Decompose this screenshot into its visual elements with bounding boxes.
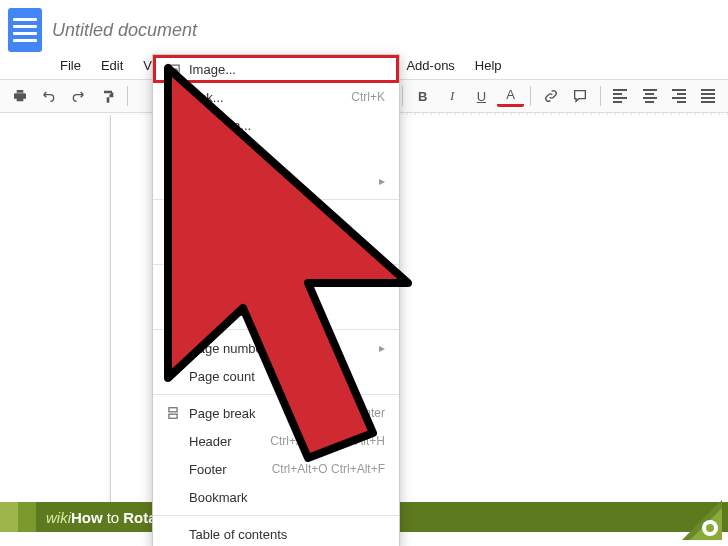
align-justify-button[interactable] bbox=[695, 84, 722, 108]
insert-link-button[interactable] bbox=[537, 84, 564, 108]
insert-comment-button[interactable] bbox=[567, 84, 594, 108]
undo-icon bbox=[41, 88, 57, 104]
insert-footer-item[interactable]: Footer Ctrl+Alt+O Ctrl+Alt+F bbox=[153, 455, 399, 483]
insert-page-break-item[interactable]: Page break Ctrl+Enter bbox=[153, 399, 399, 427]
link-icon bbox=[543, 88, 559, 104]
align-left-icon bbox=[613, 89, 627, 103]
bold-button[interactable]: B bbox=[409, 84, 436, 108]
blank-icon bbox=[163, 526, 183, 542]
drawing-icon bbox=[163, 145, 183, 161]
insert-page-break-shortcut: Ctrl+Enter bbox=[331, 406, 385, 420]
menu-addons[interactable]: Add-ons bbox=[396, 54, 464, 79]
comment-icon bbox=[163, 210, 183, 226]
docs-logo[interactable] bbox=[8, 8, 42, 52]
svg-rect-4 bbox=[169, 408, 177, 412]
paint-format-button[interactable] bbox=[94, 84, 121, 108]
align-right-button[interactable] bbox=[665, 84, 692, 108]
menu-divider bbox=[153, 329, 399, 330]
wikihow-brand: wikiHow bbox=[46, 509, 103, 526]
menu-divider bbox=[153, 394, 399, 395]
redo-button[interactable] bbox=[65, 84, 92, 108]
insert-footer-label: Footer bbox=[183, 462, 272, 477]
blank-icon bbox=[163, 368, 183, 384]
page-break-icon bbox=[163, 405, 183, 421]
insert-footnote-item[interactable]: Footnote bbox=[153, 232, 399, 260]
insert-link-shortcut: Ctrl+K bbox=[351, 90, 385, 104]
insert-bookmark-item[interactable]: Bookmark bbox=[153, 483, 399, 511]
menu-help[interactable]: Help bbox=[465, 54, 512, 79]
print-icon bbox=[12, 88, 28, 104]
insert-horizontal-line-label: Horizontal line bbox=[183, 304, 385, 319]
blank-icon bbox=[163, 461, 183, 477]
insert-link-item[interactable]: Link... Ctrl+K bbox=[153, 83, 399, 111]
image-icon bbox=[163, 61, 183, 77]
align-right-icon bbox=[672, 89, 686, 103]
submenu-arrow-icon: ▸ bbox=[379, 341, 385, 355]
undo-button[interactable] bbox=[35, 84, 62, 108]
menu-divider bbox=[153, 199, 399, 200]
wikihow-corner-badge bbox=[682, 500, 722, 540]
comment-icon bbox=[572, 88, 588, 104]
menu-file[interactable]: File bbox=[50, 54, 91, 79]
blank-icon bbox=[163, 433, 183, 449]
align-left-button[interactable] bbox=[607, 84, 634, 108]
svg-point-1 bbox=[170, 67, 172, 69]
insert-link-label: Link... bbox=[183, 90, 351, 105]
insert-horizontal-line-item[interactable]: — Horizontal line bbox=[153, 297, 399, 325]
table-icon bbox=[163, 173, 183, 189]
insert-dropdown: Image... Link... Ctrl+K π² Equation... D… bbox=[152, 54, 400, 546]
insert-page-number-item[interactable]: Page number ▸ bbox=[153, 334, 399, 362]
insert-drawing-label: Drawing... bbox=[183, 146, 385, 161]
blank-icon bbox=[163, 340, 183, 356]
insert-page-number-label: Page number bbox=[183, 341, 379, 356]
redo-icon bbox=[70, 88, 86, 104]
menu-edit[interactable]: Edit bbox=[91, 54, 133, 79]
align-justify-icon bbox=[701, 89, 715, 103]
insert-equation-label: Equation... bbox=[183, 118, 385, 133]
insert-special-chars-label: Special characters... bbox=[183, 276, 385, 291]
svg-point-2 bbox=[168, 148, 173, 153]
toolbar-separator bbox=[402, 86, 403, 106]
insert-bookmark-label: Bookmark bbox=[183, 490, 385, 505]
document-title[interactable]: Untitled document bbox=[52, 20, 197, 41]
insert-equation-item[interactable]: π² Equation... bbox=[153, 111, 399, 139]
svg-rect-3 bbox=[172, 153, 177, 157]
toolbar-separator bbox=[600, 86, 601, 106]
link-icon bbox=[163, 89, 183, 105]
insert-image-item[interactable]: Image... bbox=[153, 55, 399, 83]
equation-icon: π² bbox=[163, 117, 183, 133]
insert-table-label: Table bbox=[183, 174, 379, 189]
insert-table-item[interactable]: Table ▸ bbox=[153, 167, 399, 195]
article-prefix: to bbox=[107, 509, 120, 526]
toolbar-separator bbox=[127, 86, 128, 106]
omega-icon: Ω bbox=[163, 275, 183, 291]
menu-divider bbox=[153, 515, 399, 516]
insert-header-shortcut: Ctrl+Alt+O Ctrl+Alt+H bbox=[270, 434, 385, 448]
insert-header-item[interactable]: Header Ctrl+Alt+O Ctrl+Alt+H bbox=[153, 427, 399, 455]
insert-comment-item: Comment bbox=[153, 204, 399, 232]
svg-rect-5 bbox=[169, 414, 177, 418]
footnote-icon bbox=[163, 238, 183, 254]
insert-image-label: Image... bbox=[183, 62, 385, 77]
print-button[interactable] bbox=[6, 84, 33, 108]
insert-footnote-label: Footnote bbox=[183, 239, 385, 254]
insert-special-chars-item[interactable]: Ω Special characters... bbox=[153, 269, 399, 297]
text-color-button[interactable]: A bbox=[497, 86, 524, 107]
insert-toc-label: Table of contents bbox=[183, 527, 385, 542]
blank-icon bbox=[163, 489, 183, 505]
horizontal-line-icon: — bbox=[163, 303, 183, 319]
toolbar-separator bbox=[530, 86, 531, 106]
insert-page-break-label: Page break bbox=[183, 406, 331, 421]
paint-roller-icon bbox=[100, 88, 116, 104]
insert-page-count-item[interactable]: Page count bbox=[153, 362, 399, 390]
menu-divider bbox=[153, 264, 399, 265]
insert-comment-label: Comment bbox=[183, 211, 385, 226]
insert-page-count-label: Page count bbox=[183, 369, 385, 384]
insert-drawing-item[interactable]: Drawing... bbox=[153, 139, 399, 167]
submenu-arrow-icon: ▸ bbox=[379, 174, 385, 188]
underline-button[interactable]: U bbox=[468, 84, 495, 108]
insert-toc-item[interactable]: Table of contents bbox=[153, 520, 399, 546]
align-center-icon bbox=[643, 89, 657, 103]
italic-button[interactable]: I bbox=[438, 84, 465, 108]
align-center-button[interactable] bbox=[636, 84, 663, 108]
